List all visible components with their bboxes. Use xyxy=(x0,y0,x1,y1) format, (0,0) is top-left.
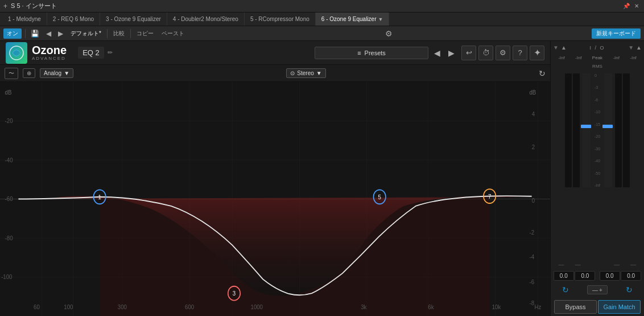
right-panel: ▼ ▲ I / O ▼ ▲ -Inf -Inf Peak -Inf -Inf R… xyxy=(550,41,644,316)
svg-text:-8: -8 xyxy=(529,300,534,307)
preset-prev-button[interactable]: ◀ xyxy=(432,48,443,58)
input-slider-thumb[interactable] xyxy=(581,125,591,128)
left-arrow-icon[interactable]: ◀ xyxy=(44,30,53,38)
preset-list-icon: ≡ xyxy=(357,50,361,56)
eq-header: Ozone ADVANCED EQ 2 ✏ ≡ Presets ◀ ▶ ↩ ⏱ … xyxy=(0,41,550,65)
mode-dropdown-arrow: ▼ xyxy=(64,70,69,76)
svg-text:-100: -100 xyxy=(1,274,12,281)
stereo-select[interactable]: ⊙ Stereo ▼ xyxy=(286,68,325,78)
eq-area: Ozone ADVANCED EQ 2 ✏ ≡ Presets ◀ ▶ ↩ ⏱ … xyxy=(0,41,550,316)
pin-button[interactable]: 📌 xyxy=(622,2,630,10)
header-buttons: ↩ ⏱ ⚙ ? ✦ xyxy=(461,46,544,60)
controls-row: ↻ — + ↻ xyxy=(553,285,642,294)
eq-name-edit-icon[interactable]: ✏ xyxy=(108,49,113,56)
preset-next-button[interactable]: ▶ xyxy=(446,48,457,58)
svg-text:3k: 3k xyxy=(361,303,367,310)
svg-text:-40: -40 xyxy=(5,157,13,163)
magic-button[interactable]: ✦ xyxy=(530,46,544,60)
output-val-2: 0.0 xyxy=(621,271,641,281)
output-bar-1 xyxy=(615,73,622,187)
globe-mode-button[interactable]: ⊕ xyxy=(23,68,35,78)
eq-controls: 〜 ⊕ Analog ▼ ⊙ Stereo ▼ ↻ xyxy=(0,65,550,82)
toolbar: オン 💾 ◀ ▶ デフォルト* 比較 コピー ペースト ⚙ 新規キーボード xyxy=(0,26,644,41)
copy-label[interactable]: コピー xyxy=(134,30,156,38)
output-refresh-button[interactable]: ↻ xyxy=(626,285,633,294)
values-row: 0.0 0.0 0.0 0.0 xyxy=(553,271,642,281)
svg-text:100: 100 xyxy=(64,303,73,310)
dash-row: — — — — xyxy=(553,261,642,268)
output-bar-2 xyxy=(623,73,630,187)
svg-text:4: 4 xyxy=(532,110,535,117)
right-arrow-icon[interactable]: ▶ xyxy=(56,30,65,38)
svg-text:7: 7 xyxy=(488,193,492,200)
new-keyboard-button[interactable]: 新規キーボード xyxy=(592,28,641,39)
rms-label: RMS xyxy=(592,64,602,69)
input-peak-label2: -Inf xyxy=(575,55,582,60)
paste-label[interactable]: ペースト xyxy=(159,30,187,38)
plugin-tab-melodyne[interactable]: 1 - Melodyne xyxy=(2,13,47,26)
svg-text:2: 2 xyxy=(532,144,535,151)
svg-text:10k: 10k xyxy=(492,303,501,310)
preset-label: Presets xyxy=(365,50,386,56)
plugin-tabs: 1 - Melodyne 2 - REQ 6 Mono 3 - Ozone 9 … xyxy=(0,13,644,26)
mode-label: Analog xyxy=(44,70,61,76)
gear-icon[interactable]: ⚙ xyxy=(385,29,393,38)
compare-label[interactable]: 比較 xyxy=(111,30,127,38)
input-bar-2 xyxy=(573,73,580,187)
svg-text:-2: -2 xyxy=(529,229,534,236)
output-val-1: 0.0 xyxy=(600,271,620,281)
db-scale: 0 -3 -6 -10 -15 -20 -30 -40 -50 -Inf xyxy=(593,73,601,187)
history-button[interactable]: ⏱ xyxy=(478,46,493,60)
output-slider[interactable] xyxy=(604,73,612,187)
close-button[interactable]: ✕ xyxy=(633,2,641,10)
plugin-tab-ozone9eq2[interactable]: 6 - Ozone 9 Equalizer ▼ xyxy=(316,13,390,26)
title-icon: + xyxy=(3,2,7,10)
bypass-button[interactable]: Bypass xyxy=(554,300,597,314)
meter-section: ▼ ▲ I / O ▼ ▲ -Inf -Inf Peak -Inf -Inf R… xyxy=(551,41,644,298)
peak-labels-row: -Inf -Inf Peak -Inf -Inf xyxy=(553,55,642,60)
output-dash-1: — xyxy=(614,261,620,268)
title-text: S 5 · インサート xyxy=(11,2,622,10)
gain-match-button[interactable]: Gain Match xyxy=(598,300,641,314)
ozone-sub-label: ADVANCED xyxy=(32,56,67,61)
ozone-text: Ozone ADVANCED xyxy=(32,44,67,61)
svg-text:dB: dB xyxy=(5,89,12,96)
preset-button[interactable]: ≡ Presets xyxy=(315,47,428,59)
settings-button[interactable]: ⚙ xyxy=(496,46,510,60)
action-buttons: Bypass Gain Match xyxy=(551,298,644,316)
on-off-button[interactable]: オン xyxy=(3,28,22,39)
output-slider-thumb[interactable] xyxy=(602,125,613,128)
save-icon[interactable]: 💾 xyxy=(29,30,41,38)
output-up-arrow: ▲ xyxy=(636,44,642,51)
minus-plus-button[interactable]: — + xyxy=(587,285,608,294)
wave-mode-button[interactable]: 〜 xyxy=(5,68,18,79)
eq-name-area: EQ 2 ✏ xyxy=(78,47,113,59)
io-text-label: I / O xyxy=(590,45,605,51)
plugin-area: Ozone ADVANCED EQ 2 ✏ ≡ Presets ◀ ▶ ↩ ⏱ … xyxy=(0,41,644,316)
default-label[interactable]: デフォルト* xyxy=(68,30,104,38)
window-controls: 📌 ✕ xyxy=(622,2,641,10)
svg-text:6k: 6k xyxy=(428,303,434,310)
output-dash-2: — xyxy=(630,261,636,268)
undo-button[interactable]: ↩ xyxy=(461,46,476,60)
tab-dropdown-arrow[interactable]: ▼ xyxy=(378,17,383,22)
input-slider[interactable] xyxy=(583,73,591,187)
help-button[interactable]: ? xyxy=(513,46,527,60)
plugin-tab-rcompressor[interactable]: 5 - RCompressor Mono xyxy=(245,13,316,26)
svg-text:1: 1 xyxy=(98,194,101,200)
eq-canvas[interactable]: -20 -40 -60 -80 -100 dB 4 2 0 -2 -4 -6 -… xyxy=(0,82,550,316)
loop-icon[interactable]: ↻ xyxy=(539,69,546,78)
input-meter-2 xyxy=(573,73,580,257)
eq-name-label: EQ 2 xyxy=(78,47,104,59)
ozone-icon xyxy=(6,42,27,64)
input-refresh-button[interactable]: ↻ xyxy=(562,285,569,294)
plugin-tab-doubler2[interactable]: 4 - Doubler2 Mono/Stereo xyxy=(167,13,245,26)
input-dash-1: — xyxy=(559,261,564,268)
toolbar-separator xyxy=(25,29,26,38)
eq-curve-svg: -20 -40 -60 -80 -100 dB 4 2 0 -2 -4 -6 -… xyxy=(0,82,550,316)
svg-text:Hz: Hz xyxy=(535,303,542,310)
plugin-tab-req6[interactable]: 2 - REQ 6 Mono xyxy=(47,13,100,26)
analog-mode-select[interactable]: Analog ▼ xyxy=(40,68,73,78)
plugin-tab-ozone9eq1[interactable]: 3 - Ozone 9 Equalizer xyxy=(100,13,167,26)
toolbar-sep2 xyxy=(107,29,108,38)
